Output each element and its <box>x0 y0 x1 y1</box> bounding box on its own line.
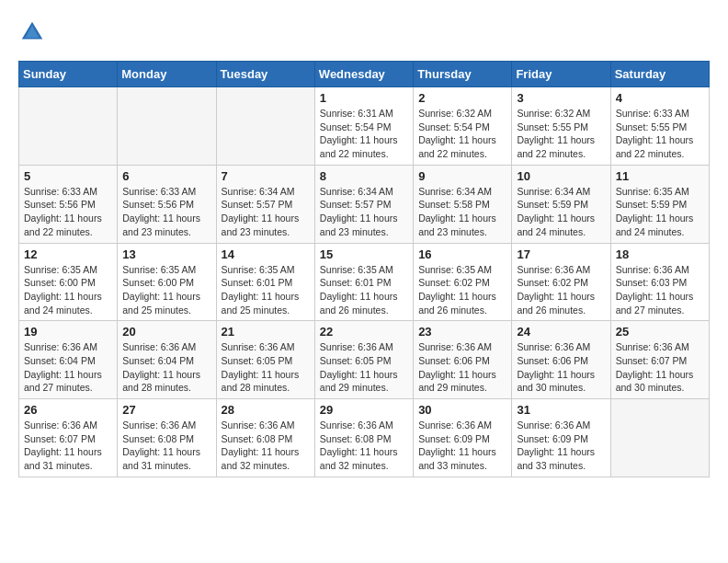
calendar-week-row: 12Sunrise: 6:35 AM Sunset: 6:00 PM Dayli… <box>19 243 710 321</box>
day-info: Sunrise: 6:35 AM Sunset: 6:02 PM Dayligh… <box>418 263 506 317</box>
day-info: Sunrise: 6:36 AM Sunset: 6:09 PM Dayligh… <box>517 419 605 473</box>
day-info: Sunrise: 6:36 AM Sunset: 6:05 PM Dayligh… <box>320 340 408 395</box>
day-number: 18 <box>616 247 704 261</box>
weekday-header: Thursday <box>414 62 512 87</box>
day-info: Sunrise: 6:33 AM Sunset: 5:55 PM Dayligh… <box>616 107 704 161</box>
calendar-cell <box>118 87 216 166</box>
calendar-cell: 16Sunrise: 6:35 AM Sunset: 6:02 PM Dayli… <box>414 243 512 321</box>
day-number: 19 <box>24 325 112 339</box>
calendar-cell: 14Sunrise: 6:35 AM Sunset: 6:01 PM Dayli… <box>216 243 314 321</box>
day-number: 7 <box>222 169 310 183</box>
day-number: 24 <box>517 325 605 339</box>
calendar-cell: 26Sunrise: 6:36 AM Sunset: 6:07 PM Dayli… <box>19 399 118 477</box>
day-info: Sunrise: 6:36 AM Sunset: 6:08 PM Dayligh… <box>122 419 210 473</box>
day-number: 26 <box>24 403 112 417</box>
calendar-cell <box>610 399 709 477</box>
day-number: 4 <box>616 91 704 105</box>
day-number: 1 <box>320 91 408 105</box>
day-info: Sunrise: 6:36 AM Sunset: 6:04 PM Dayligh… <box>24 340 112 395</box>
day-number: 8 <box>320 169 408 183</box>
calendar-cell: 3Sunrise: 6:32 AM Sunset: 5:55 PM Daylig… <box>512 87 610 166</box>
calendar-cell: 11Sunrise: 6:35 AM Sunset: 5:59 PM Dayli… <box>610 165 709 243</box>
day-number: 29 <box>320 403 408 417</box>
day-number: 20 <box>122 325 210 339</box>
day-info: Sunrise: 6:34 AM Sunset: 5:58 PM Dayligh… <box>418 185 506 239</box>
day-info: Sunrise: 6:35 AM Sunset: 6:01 PM Dayligh… <box>320 263 408 317</box>
calendar-week-row: 1Sunrise: 6:31 AM Sunset: 5:54 PM Daylig… <box>19 87 710 166</box>
day-number: 6 <box>122 169 210 183</box>
calendar-cell: 21Sunrise: 6:36 AM Sunset: 6:05 PM Dayli… <box>216 321 314 399</box>
weekday-header: Friday <box>512 62 610 87</box>
calendar-cell: 20Sunrise: 6:36 AM Sunset: 6:04 PM Dayli… <box>118 321 216 399</box>
day-info: Sunrise: 6:36 AM Sunset: 6:09 PM Dayligh… <box>418 419 506 473</box>
day-number: 11 <box>616 169 704 183</box>
calendar-cell: 10Sunrise: 6:34 AM Sunset: 5:59 PM Dayli… <box>512 165 610 243</box>
calendar-cell: 23Sunrise: 6:36 AM Sunset: 6:06 PM Dayli… <box>414 321 512 399</box>
calendar-cell: 24Sunrise: 6:36 AM Sunset: 6:06 PM Dayli… <box>512 321 610 399</box>
day-info: Sunrise: 6:33 AM Sunset: 5:56 PM Dayligh… <box>122 185 210 239</box>
weekday-header: Wednesday <box>314 62 413 87</box>
day-info: Sunrise: 6:32 AM Sunset: 5:54 PM Dayligh… <box>418 107 506 161</box>
calendar-cell: 9Sunrise: 6:34 AM Sunset: 5:58 PM Daylig… <box>414 165 512 243</box>
day-info: Sunrise: 6:36 AM Sunset: 6:02 PM Dayligh… <box>517 263 605 317</box>
calendar-cell <box>216 87 314 166</box>
day-info: Sunrise: 6:36 AM Sunset: 6:08 PM Dayligh… <box>320 419 408 473</box>
calendar-cell: 22Sunrise: 6:36 AM Sunset: 6:05 PM Dayli… <box>314 321 413 399</box>
weekday-row: SundayMondayTuesdayWednesdayThursdayFrid… <box>19 62 710 87</box>
calendar-body: 1Sunrise: 6:31 AM Sunset: 5:54 PM Daylig… <box>19 87 710 477</box>
day-number: 14 <box>222 247 310 261</box>
day-number: 3 <box>517 91 605 105</box>
day-info: Sunrise: 6:36 AM Sunset: 6:03 PM Dayligh… <box>616 263 704 317</box>
day-info: Sunrise: 6:36 AM Sunset: 6:07 PM Dayligh… <box>24 419 112 473</box>
day-number: 2 <box>418 91 506 105</box>
calendar-cell: 18Sunrise: 6:36 AM Sunset: 6:03 PM Dayli… <box>610 243 709 321</box>
calendar-cell: 30Sunrise: 6:36 AM Sunset: 6:09 PM Dayli… <box>414 399 512 477</box>
day-number: 28 <box>222 403 310 417</box>
weekday-header: Sunday <box>19 62 118 87</box>
calendar-cell: 19Sunrise: 6:36 AM Sunset: 6:04 PM Dayli… <box>19 321 118 399</box>
day-info: Sunrise: 6:35 AM Sunset: 6:00 PM Dayligh… <box>24 263 112 317</box>
calendar-cell: 27Sunrise: 6:36 AM Sunset: 6:08 PM Dayli… <box>118 399 216 477</box>
day-info: Sunrise: 6:36 AM Sunset: 6:06 PM Dayligh… <box>418 340 506 395</box>
calendar-week-row: 19Sunrise: 6:36 AM Sunset: 6:04 PM Dayli… <box>19 321 710 399</box>
calendar-cell: 15Sunrise: 6:35 AM Sunset: 6:01 PM Dayli… <box>314 243 413 321</box>
day-info: Sunrise: 6:35 AM Sunset: 5:59 PM Dayligh… <box>616 185 704 239</box>
day-info: Sunrise: 6:36 AM Sunset: 6:05 PM Dayligh… <box>222 340 310 395</box>
day-number: 30 <box>418 403 506 417</box>
day-number: 31 <box>517 403 605 417</box>
day-number: 22 <box>320 325 408 339</box>
calendar-week-row: 26Sunrise: 6:36 AM Sunset: 6:07 PM Dayli… <box>19 399 710 477</box>
day-number: 5 <box>24 169 112 183</box>
day-info: Sunrise: 6:34 AM Sunset: 5:57 PM Dayligh… <box>222 185 310 239</box>
calendar-cell: 17Sunrise: 6:36 AM Sunset: 6:02 PM Dayli… <box>512 243 610 321</box>
calendar-cell: 12Sunrise: 6:35 AM Sunset: 6:00 PM Dayli… <box>19 243 118 321</box>
day-number: 23 <box>418 325 506 339</box>
calendar-week-row: 5Sunrise: 6:33 AM Sunset: 5:56 PM Daylig… <box>19 165 710 243</box>
calendar-cell <box>19 87 118 166</box>
calendar-cell: 25Sunrise: 6:36 AM Sunset: 6:07 PM Dayli… <box>610 321 709 399</box>
day-number: 12 <box>24 247 112 261</box>
calendar-cell: 28Sunrise: 6:36 AM Sunset: 6:08 PM Dayli… <box>216 399 314 477</box>
calendar-cell: 7Sunrise: 6:34 AM Sunset: 5:57 PM Daylig… <box>216 165 314 243</box>
logo-icon <box>18 18 46 46</box>
day-info: Sunrise: 6:34 AM Sunset: 5:57 PM Dayligh… <box>320 185 408 239</box>
calendar-cell: 8Sunrise: 6:34 AM Sunset: 5:57 PM Daylig… <box>314 165 413 243</box>
day-number: 25 <box>616 325 704 339</box>
calendar-cell: 6Sunrise: 6:33 AM Sunset: 5:56 PM Daylig… <box>118 165 216 243</box>
day-info: Sunrise: 6:36 AM Sunset: 6:04 PM Dayligh… <box>122 340 210 395</box>
day-info: Sunrise: 6:31 AM Sunset: 5:54 PM Dayligh… <box>320 107 408 161</box>
calendar-cell: 4Sunrise: 6:33 AM Sunset: 5:55 PM Daylig… <box>610 87 709 166</box>
weekday-header: Saturday <box>610 62 709 87</box>
day-info: Sunrise: 6:36 AM Sunset: 6:06 PM Dayligh… <box>517 340 605 395</box>
day-info: Sunrise: 6:32 AM Sunset: 5:55 PM Dayligh… <box>517 107 605 161</box>
calendar-table: SundayMondayTuesdayWednesdayThursdayFrid… <box>18 61 710 477</box>
calendar-cell: 1Sunrise: 6:31 AM Sunset: 5:54 PM Daylig… <box>314 87 413 166</box>
weekday-header: Tuesday <box>216 62 314 87</box>
calendar-cell: 2Sunrise: 6:32 AM Sunset: 5:54 PM Daylig… <box>414 87 512 166</box>
calendar-cell: 29Sunrise: 6:36 AM Sunset: 6:08 PM Dayli… <box>314 399 413 477</box>
calendar-header: SundayMondayTuesdayWednesdayThursdayFrid… <box>19 62 710 87</box>
day-number: 9 <box>418 169 506 183</box>
calendar-cell: 5Sunrise: 6:33 AM Sunset: 5:56 PM Daylig… <box>19 165 118 243</box>
day-number: 17 <box>517 247 605 261</box>
page-header <box>18 18 710 46</box>
